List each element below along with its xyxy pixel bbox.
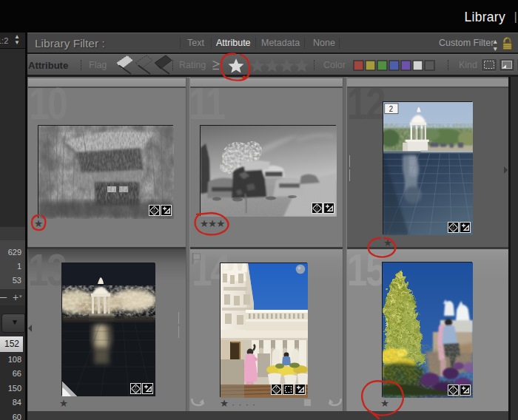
svg-text:2: 2 <box>389 104 394 113</box>
